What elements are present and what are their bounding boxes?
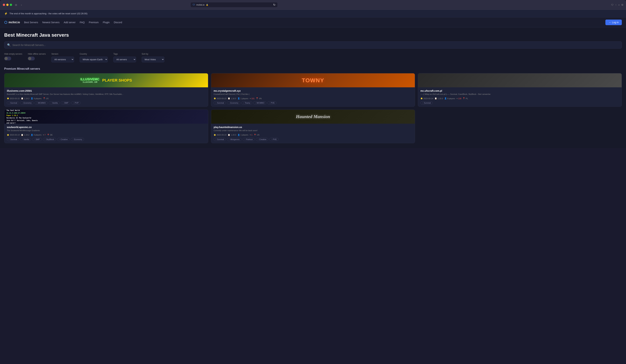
nav-right: → Log in bbox=[605, 20, 622, 25]
nav-best-servers[interactable]: Best Servers bbox=[24, 21, 38, 24]
filter-hide-offline: Hide offline servers bbox=[28, 53, 46, 60]
tag-survival[interactable]: Survival bbox=[214, 138, 226, 141]
version-select[interactable]: All versions bbox=[51, 57, 74, 62]
tag-minigames[interactable]: Minigames bbox=[227, 138, 241, 141]
sort-select[interactable]: Most Votes bbox=[142, 57, 164, 62]
tag-survival[interactable]: Survival bbox=[214, 101, 226, 104]
server-desc-hauntedmansion: Currently under maintenance We will be b… bbox=[214, 129, 412, 132]
refresh-icon[interactable]: ↻ bbox=[273, 3, 275, 6]
nav-faq[interactable]: FAQ bbox=[80, 21, 85, 24]
server-name-hauntedmansion: play.hauntedmansion.us bbox=[214, 126, 412, 128]
tags-label: Tags bbox=[113, 53, 136, 55]
search-bar[interactable]: 🔍 bbox=[4, 41, 622, 48]
tag-vanilla[interactable]: Vanilla bbox=[49, 101, 60, 104]
tag-creative[interactable]: Creative bbox=[256, 138, 268, 141]
votes-item: ♥ 7 bbox=[43, 134, 46, 136]
tag-skyblock[interactable]: SkyBlock bbox=[43, 138, 56, 141]
url-text: mclist.io bbox=[196, 3, 204, 6]
minimize-button[interactable] bbox=[6, 4, 8, 6]
date-item: ⭐ 2023-03-14 bbox=[420, 97, 433, 100]
login-label: Log in bbox=[612, 21, 619, 24]
close-button[interactable] bbox=[3, 4, 5, 6]
nav-discord[interactable]: Discord bbox=[114, 21, 122, 24]
hide-offline-toggle[interactable] bbox=[28, 57, 35, 60]
tag-pve[interactable]: PVE bbox=[269, 138, 278, 141]
sidebar-toggle[interactable]: ⊟ bbox=[14, 3, 18, 7]
search-input[interactable] bbox=[12, 44, 619, 46]
tag-smp[interactable]: SMP bbox=[61, 101, 70, 104]
toggle-knob-2 bbox=[28, 57, 31, 60]
version-label: Version bbox=[51, 53, 74, 55]
version-icon: 📋 bbox=[21, 97, 23, 100]
back-button[interactable]: ‹ bbox=[20, 3, 23, 7]
url-bar[interactable]: 🛡 mclist.io 🔒 ↻ bbox=[190, 2, 278, 7]
nav-add-server[interactable]: Add server bbox=[64, 21, 76, 24]
page-content: Best Minecraft Java servers 🔍 Hide empty… bbox=[0, 27, 626, 148]
tags-select[interactable]: All servers bbox=[113, 57, 136, 62]
tag-survival[interactable]: Survival bbox=[7, 101, 19, 104]
date-item: ⭐ 2023-03-14 bbox=[7, 134, 20, 136]
server-meta-crystalgemcraft: ⭐ 2023-03-15 📋 1.16.5 👤 1 players ♥ bbox=[214, 97, 412, 100]
nav-plugin[interactable]: Plugin bbox=[103, 21, 110, 24]
server-tags-ufscraft: Survival bbox=[420, 101, 619, 104]
shield-icon: 🛡 bbox=[193, 3, 195, 6]
server-banner-ufs bbox=[418, 73, 622, 87]
server-card-illusivemc[interactable]: ILLUSIVEMC ILLUSIVEMC.COM PLAYER SHOPS i… bbox=[4, 73, 208, 107]
premium-section-header: Premium Minecraft servers bbox=[4, 67, 622, 70]
tag-parkour[interactable]: Parkour bbox=[243, 138, 255, 141]
tag-vanilla[interactable]: Vanilla bbox=[20, 138, 31, 141]
shield-menu-icon[interactable]: 🛡 bbox=[611, 3, 614, 6]
server-card-hauntedmansion[interactable]: Haunted Mansion play.hauntedmansion.us C… bbox=[211, 110, 415, 143]
browser-actions: 🛡 ↑ + ⧉ bbox=[611, 3, 623, 6]
server-meta-hauntedmansion: ⭐ 2023-03-14 📋 1.19.3 👤 1 players ♥ bbox=[214, 134, 412, 136]
server-card-crystalgemcraft[interactable]: TOWNY mc.crystalgemcraft.xyz CrystalGemC… bbox=[211, 73, 415, 107]
tag-pvp[interactable]: PVP bbox=[71, 101, 80, 104]
server-info-soulworld: soulworld.apexmc.co The Soulworld MiniMe… bbox=[4, 124, 208, 143]
logo[interactable]: ⬡ mclist.io bbox=[4, 20, 20, 24]
server-card-ufscraft[interactable]: mc.ufscraft.com.pl -----[ Witaj na UfsCr… bbox=[418, 73, 622, 107]
tag-mcmmo[interactable]: MCMMO bbox=[35, 101, 48, 104]
server-tags-crystalgemcraft: Survival Economy Towny MCMMO PVE bbox=[214, 101, 412, 104]
votes-item: ♥ 101 bbox=[250, 97, 255, 100]
country-select[interactable]: Whole square Earth bbox=[80, 57, 108, 62]
tag-economy[interactable]: Economy bbox=[227, 101, 240, 104]
version-item: 📋 1.19.3 bbox=[228, 134, 236, 136]
tag-survival[interactable]: Survival bbox=[7, 138, 19, 141]
filters-row: Hide empty servers Hide offline servers … bbox=[4, 53, 622, 62]
share-icon[interactable]: ↑ bbox=[615, 3, 617, 6]
tag-smp[interactable]: SMP bbox=[32, 138, 42, 141]
heart-icon: ♥ bbox=[457, 97, 458, 100]
tag-towny[interactable]: Towny bbox=[241, 101, 252, 104]
players-item: 👤 9 players bbox=[31, 97, 41, 100]
new-tab-icon[interactable]: + bbox=[618, 3, 620, 6]
fullscreen-button[interactable] bbox=[10, 4, 12, 6]
players-icon: 👤 bbox=[237, 97, 240, 100]
server-name-soulworld: soulworld.apexmc.co bbox=[7, 126, 206, 128]
version-icon: 📋 bbox=[228, 134, 230, 136]
hide-empty-toggle[interactable] bbox=[4, 57, 11, 60]
heart-icon: ♥ bbox=[43, 134, 44, 136]
players-item: 👤 1 players bbox=[237, 97, 248, 100]
tag-creative[interactable]: Creative bbox=[57, 138, 70, 141]
windows-icon[interactable]: ⧉ bbox=[622, 3, 623, 6]
server-banner-soul: The Soul World 31.21.4.166:17:26044 Pape… bbox=[4, 110, 208, 124]
nav-premium[interactable]: Premium bbox=[89, 21, 99, 24]
country-label: Country bbox=[80, 53, 108, 55]
tag-pve[interactable]: PVE bbox=[267, 101, 277, 104]
main-nav: ⬡ mclist.io Best Servers Newest Servers … bbox=[0, 17, 626, 27]
flag-icon: 📍 bbox=[256, 97, 258, 100]
country-item: 📍 VN bbox=[256, 97, 262, 100]
server-desc-ufscraft: -----[ Witaj na UfsCraft.com.pl ]----- S… bbox=[420, 93, 619, 96]
tag-mcmmo[interactable]: MCMMO bbox=[253, 101, 266, 104]
login-button[interactable]: → Log in bbox=[605, 20, 622, 25]
calendar-icon: ⭐ bbox=[7, 134, 9, 136]
server-desc-soulworld: The Soulworld MiniMessage Gradients bbox=[7, 129, 206, 132]
server-meta-soulworld: ⭐ 2023-03-14 📋 1.19.2 👤 0 players ♥ bbox=[7, 134, 206, 136]
tag-survival[interactable]: Survival bbox=[420, 101, 433, 104]
server-card-soulworld[interactable]: The Soul World 31.21.4.166:17:26044 Pape… bbox=[4, 110, 208, 143]
search-icon: 🔍 bbox=[7, 43, 11, 47]
tag-economy[interactable]: Economy bbox=[71, 138, 84, 141]
tag-economy[interactable]: Economy bbox=[20, 101, 34, 104]
nav-newest-servers[interactable]: Newest Servers bbox=[42, 21, 60, 24]
players-icon: 👤 bbox=[444, 97, 447, 100]
